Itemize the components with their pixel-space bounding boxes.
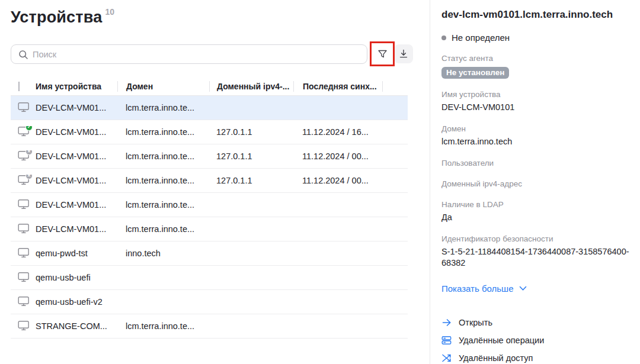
device-monitor-icon [18,320,30,331]
funnel-icon [377,49,388,59]
field-value-ldap: Да [441,212,629,223]
search-input[interactable] [33,46,359,63]
table-row-qemu-pwd-tst[interactable]: qemu-pwd-tst inno.tech [11,241,408,266]
show-more-button[interactable]: Показать больше [441,284,527,294]
table-row-dev-lcm-vm01-6[interactable]: DEV-LCM-VM01... lcm.terra.inno.te... [11,217,408,241]
download-icon [399,49,408,59]
device-monitor-icon [18,247,30,258]
device-domain-cell: lcm.terra.inno.te... [117,152,209,161]
device-monitor-icon [18,150,30,161]
download-button[interactable] [394,44,413,63]
arrow-right-icon [441,317,452,327]
devices-app: Устройства10 [0,0,640,364]
device-monitor-icon [18,272,30,282]
device-domain-cell: lcm.terra.inno.te... [117,224,209,234]
panel-title: dev-lcm-vm0101.lcm.terra.inno.tech [441,8,629,21]
device-name-cell: DEV-LCM-VM01... [36,152,117,161]
column-header-domain[interactable]: Домен [117,81,209,92]
remote-access-icon [441,353,452,363]
device-monitor-icon [18,223,30,234]
field-label-domain: Домен [441,124,629,134]
table-row-dev-lcm-vm01-3[interactable]: DEV-LCM-VM01... lcm.terra.inno.te... 127… [11,144,408,169]
open-device-label: Открыть [459,318,492,327]
field-label-users: Пользователи [441,159,629,168]
remote-operations-button[interactable]: Удалённые операции [441,335,629,345]
chevron-down-icon [519,286,527,291]
column-header-name[interactable]: Имя устройства [36,82,117,91]
column-header-spacer [382,81,408,92]
table-row-strange-com[interactable]: STRANGE-COM... lcm.terra.inno.te... [11,314,408,339]
device-name-cell: DEV-LCM-VM01... [36,176,117,185]
device-status-row: Не определен [441,33,629,43]
remote-access-button[interactable]: Удалённый доступ [441,353,629,363]
open-device-button[interactable]: Открыть [441,317,629,327]
devices-table: Имя устройства Домен Доменный ipv4-... П… [11,77,408,339]
device-domain-cell: lcm.terra.inno.te... [117,127,209,137]
remote-operations-label: Удалённые операции [459,336,544,345]
device-sync-cell: 11.12.2024 / 00... [293,152,382,161]
device-sync-cell: 11.12.2024 / 00... [293,176,382,185]
select-all-cell [11,82,36,91]
column-header-ipv4[interactable]: Доменный ipv4-... [209,81,293,92]
page-head: Устройства10 [11,8,114,27]
table-header: Имя устройства Домен Доменный ipv4-... П… [11,77,408,96]
status-text: Не определен [452,33,510,43]
devices-main: Устройства10 [0,0,430,364]
device-name-cell: DEV-LCM-VM01... [36,103,117,112]
field-label-ipv4: Доменный ipv4-адрес [441,179,629,189]
device-domain-cell: lcm.terra.inno.te... [117,321,209,331]
table-row-dev-lcm-vm01-2[interactable]: DEV-LCM-VM01... lcm.terra.inno.te... 127… [11,120,408,144]
device-name-cell: DEV-LCM-VM01... [36,127,117,137]
remote-operations-icon [441,335,452,345]
agent-status-badge: Не установлен [441,67,509,79]
device-name-cell: STRANGE-COM... [36,321,117,331]
toolbar [11,44,420,64]
device-name-cell: qemu-usb-uefi [36,273,117,282]
field-value-domain: lcm.terra.inno.tech [441,136,629,147]
field-label-ldap: Наличие в LDAP [441,200,629,210]
device-domain-cell: lcm.terra.inno.te... [117,200,209,210]
status-dot-icon [441,36,446,40]
table-row-dev-lcm-vm01-4[interactable]: DEV-LCM-VM01... lcm.terra.inno.te... 127… [11,169,408,193]
device-status-badge [25,150,33,155]
table-row-dev-lcm-vm0101[interactable]: DEV-LCM-VM01... lcm.terra.inno.te... [11,96,408,120]
device-monitor-icon [18,102,30,112]
device-monitor-icon [18,126,30,137]
device-name-cell: DEV-LCM-VM01... [36,224,117,234]
device-name-cell: DEV-LCM-VM01... [36,200,117,210]
table-row-qemu-usb-uefi[interactable]: qemu-usb-uefi [11,266,408,290]
field-label-sid: Идентификатор безопасности [441,234,629,244]
table-row-qemu-usb-uefi-v2[interactable]: qemu-usb-uefi-v2 [11,290,408,314]
device-ip-cell: 127.0.1.1 [209,176,293,185]
device-detail-panel: dev-lcm-vm0101.lcm.terra.inno.tech Не оп… [430,0,640,364]
page-title: Устройства [11,8,102,26]
panel-actions: Открыть Удалённые операции [441,317,629,363]
show-more-label: Показать больше [441,284,513,294]
agent-status-label: Статус агента [441,54,629,63]
device-monitor-icon [18,199,30,210]
device-domain-cell: lcm.terra.inno.te... [117,176,209,185]
field-value-device-name: DEV-LCM-VM0101 [441,102,629,113]
device-monitor-icon [18,175,30,185]
device-status-badge [25,126,33,131]
device-ip-cell: 127.0.1.1 [209,152,293,161]
field-value-sid: S-1-5-21-1184408154-1736440087-315857640… [441,246,629,269]
device-name-cell: qemu-usb-uefi-v2 [36,297,117,307]
device-domain-cell: inno.tech [117,249,209,258]
search-icon [18,50,28,60]
table-row-dev-lcm-vm01-5[interactable]: DEV-LCM-VM01... lcm.terra.inno.te... [11,193,408,217]
filter-button[interactable] [373,44,392,63]
device-monitor-icon [18,296,30,307]
device-ip-cell: 127.0.1.1 [209,127,293,137]
page-count-badge: 10 [105,7,114,17]
search-box [11,44,367,64]
field-label-device-name: Имя устройства [441,90,629,99]
remote-access-label: Удалённый доступ [459,353,533,363]
device-name-cell: qemu-pwd-tst [36,249,117,258]
column-header-sync[interactable]: Последняя синх... [293,81,382,92]
device-domain-cell: lcm.terra.inno.te... [117,103,209,112]
select-all-checkbox[interactable] [18,82,20,91]
device-sync-cell: 11.12.2024 / 16... [293,127,382,137]
device-status-badge [25,175,33,179]
